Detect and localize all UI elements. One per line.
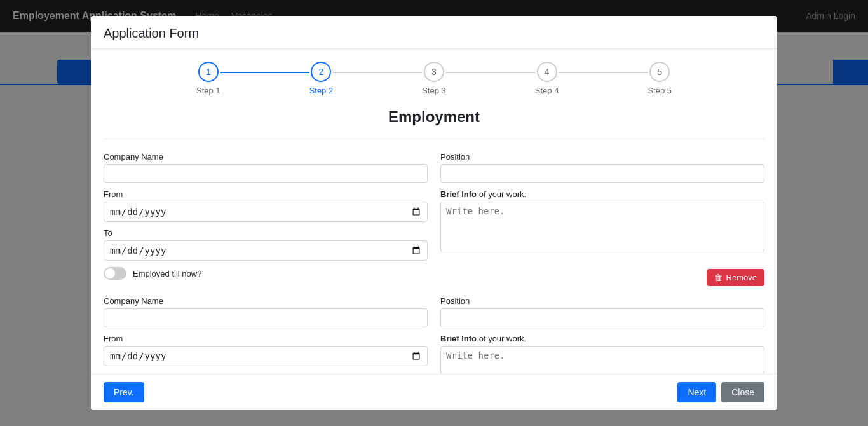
modal-title: Application Form [104, 26, 199, 40]
brief-info-2-textarea[interactable] [440, 346, 764, 374]
position-1-input[interactable] [440, 164, 764, 183]
from-2-label: From [104, 334, 428, 343]
to-1-input[interactable] [104, 240, 428, 261]
entry-2-right-col: Position Brief Info of your work. 🗑 [440, 296, 764, 374]
entry-1-right-fields: Position Brief Info of your work. [440, 152, 764, 266]
step-3-label: Step 3 [422, 86, 446, 95]
step-3-circle: 3 [424, 62, 444, 82]
step-4-label: Step 4 [535, 86, 559, 95]
brief-info-1-textarea[interactable] [440, 202, 764, 252]
remove-1-button[interactable]: 🗑 Remove [707, 269, 764, 286]
footer-right-buttons: Next Close [677, 382, 764, 402]
modal-body: 1 Step 1 2 Step 2 3 [91, 49, 777, 374]
brief-info-1-label: Brief Info of your work. [440, 189, 764, 199]
step-4-circle: 4 [537, 62, 557, 82]
step-5-item: 5 Step 5 [648, 62, 672, 95]
step-5-circle: 5 [649, 62, 670, 82]
brief-info-1-group: Brief Info of your work. [440, 189, 764, 254]
brief-info-2-group: Brief Info of your work. [440, 334, 764, 374]
company-name-2-group: Company Name [104, 296, 428, 327]
entry-2-left-col: Company Name From To Employed till now? [104, 296, 428, 374]
step-5-label: Step 5 [648, 86, 672, 95]
section-title: Employment [104, 108, 764, 126]
employed-till-now-1-group: Employed till now? [104, 267, 428, 280]
step-2-item: 2 Step 2 [309, 62, 334, 95]
from-2-group: From [104, 334, 428, 366]
company-name-1-input[interactable] [104, 164, 428, 183]
connector-2-3 [333, 72, 422, 73]
position-2-input[interactable] [440, 308, 764, 327]
modal-footer: Prev. Next Close [91, 374, 777, 410]
position-2-label: Position [440, 296, 764, 306]
employment-entry-2-row: Company Name From To Employed till now? [104, 296, 764, 374]
from-1-label: From [104, 189, 428, 199]
next-button[interactable]: Next [677, 382, 716, 402]
employment-entry-1-row: Company Name From To Employed till now? [104, 152, 764, 286]
connector-1-2 [220, 72, 309, 73]
brief-info-2-label: Brief Info of your work. [440, 334, 764, 343]
step-1-circle: 1 [198, 62, 219, 82]
form-divider [104, 139, 764, 139]
prev-button[interactable]: Prev. [104, 382, 144, 402]
application-form-modal: Application Form 1 Step 1 2 Step 2 [91, 16, 777, 410]
entry-1-left-col: Company Name From To Employed till now? [104, 152, 428, 286]
employed-till-now-1-label: Employed till now? [133, 269, 201, 278]
step-1-label: Step 1 [196, 86, 220, 95]
close-button[interactable]: Close [721, 382, 764, 402]
to-1-group: To [104, 228, 428, 261]
step-3-item: 3 Step 3 [422, 62, 446, 95]
from-1-input[interactable] [104, 202, 428, 222]
position-2-group: Position [440, 296, 764, 327]
company-name-1-label: Company Name [104, 152, 428, 161]
to-1-label: To [104, 228, 428, 238]
step-2-circle: 2 [311, 62, 331, 82]
company-name-2-label: Company Name [104, 296, 428, 306]
connector-3-4 [446, 72, 535, 73]
employed-till-now-1-toggle[interactable] [104, 267, 126, 280]
entry-1-right-col: Position Brief Info of your work. 🗑 [440, 152, 764, 286]
connector-4-5 [559, 72, 648, 73]
company-name-1-group: Company Name [104, 152, 428, 183]
step-4-item: 4 Step 4 [535, 62, 559, 95]
step-1-item: 1 Step 1 [196, 62, 220, 95]
remove-1-container: 🗑 Remove [440, 266, 764, 286]
from-2-input[interactable] [104, 346, 428, 366]
company-name-2-input[interactable] [104, 308, 428, 327]
from-1-group: From [104, 189, 428, 222]
trash-icon-1: 🗑 [714, 273, 722, 282]
position-1-label: Position [440, 152, 764, 161]
modal-header: Application Form [91, 16, 777, 49]
entry-2-right-fields: Position Brief Info of your work. [440, 296, 764, 374]
step-2-label: Step 2 [309, 86, 334, 95]
employment-entry-1: Company Name From To Employed till now? [104, 152, 764, 286]
employment-entry-2: Company Name From To Employed till now? [104, 296, 764, 374]
position-1-group: Position [440, 152, 764, 183]
stepper: 1 Step 1 2 Step 2 3 [104, 62, 764, 95]
